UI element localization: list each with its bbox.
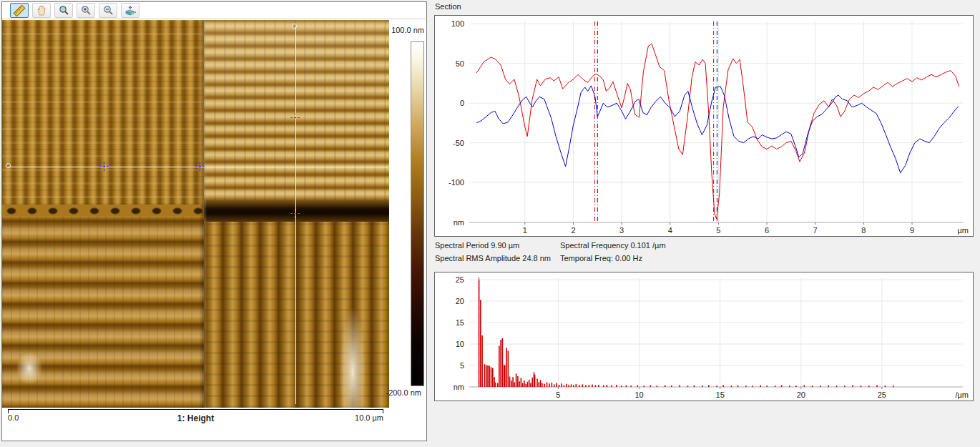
- ruler-tool-button[interactable]: [10, 3, 29, 18]
- x-tick-label: 10: [634, 390, 643, 399]
- section-endpoint-circle[interactable]: [6, 163, 11, 168]
- y-tick-label: 100: [451, 19, 464, 28]
- spectrum-chart[interactable]: 510152025510152025nm/µm: [434, 272, 974, 401]
- y-tick-label: 0: [460, 99, 464, 107]
- zoom-in-button[interactable]: [77, 3, 95, 18]
- magnifier-plus-icon: [80, 5, 92, 16]
- section-endpoint-circle[interactable]: [292, 24, 297, 29]
- x-tick-label: 2: [571, 226, 575, 235]
- y-tick-label: 50: [456, 59, 464, 68]
- afm-quadrant-top-left: [2, 20, 204, 205]
- temporal-freq-text: Temporal Freq: 0.00 Hz: [560, 254, 642, 262]
- colorbar-min-label: -200.0 nm: [358, 388, 421, 397]
- x-tick-label: 20: [797, 390, 805, 399]
- magnifier-icon: [58, 5, 69, 16]
- scale-max-label: 10.0 µm: [355, 413, 383, 422]
- x-tick-label: 3: [619, 226, 624, 235]
- y-tick-label: -100: [449, 178, 464, 187]
- toolbar-separator: [2, 19, 426, 19]
- scale-bracket: [8, 409, 383, 410]
- x-tick-label: 15: [716, 390, 725, 399]
- y-tick-label: 10: [456, 340, 464, 348]
- afm-quadrant-top-right: [204, 20, 389, 200]
- x-unit-label: /µm: [955, 390, 969, 399]
- y-tick-label: 5: [460, 361, 464, 370]
- blue-marker-cross[interactable]: [99, 162, 109, 171]
- channel-title: 1: Height: [8, 413, 383, 423]
- x-tick-label: 8: [861, 226, 866, 235]
- horizontal-section-trace: [476, 86, 959, 173]
- image-panel: 100.0 nm -200.0 nm 0.0 1: Height 10.0 µm: [1, 1, 427, 441]
- x-tick-label: 5: [716, 226, 720, 235]
- x-tick-label: 7: [813, 226, 818, 235]
- x-tick-label: 6: [765, 226, 769, 235]
- colorbar-max-label: 100.0 nm: [361, 26, 424, 34]
- x-tick-label: 25: [878, 390, 886, 399]
- y-tick-label: 25: [456, 275, 464, 284]
- afm-bright-blob: [8, 343, 51, 393]
- ruler-icon: [13, 5, 26, 16]
- x-tick-label: 9: [910, 226, 914, 235]
- y-unit-label: nm: [454, 218, 464, 227]
- pan-tool-button[interactable]: [32, 3, 51, 18]
- blue-marker-cross[interactable]: [195, 162, 205, 171]
- y-tick-label: 20: [456, 297, 464, 305]
- afm-vertical-seam: [200, 20, 207, 408]
- height-colorbar: [411, 41, 424, 386]
- y-tick-label: 15: [456, 318, 464, 327]
- image-toolbar: [10, 3, 139, 19]
- afm-height-image[interactable]: [2, 20, 389, 408]
- tilt-3d-button[interactable]: [121, 3, 139, 18]
- spectral-frequency-text: Spectral Frequency 0.101 /µm: [560, 241, 666, 250]
- zoom-out-button[interactable]: [99, 3, 117, 18]
- tilt-3d-icon: [124, 5, 137, 16]
- x-tick-label: 5: [556, 390, 560, 399]
- section-panel-title: Section: [435, 2, 461, 11]
- nanoscope-section-view: { "colors": { "window_bg": "#f0f0f0", "p…: [0, 0, 980, 447]
- vertical-section-trace: [476, 44, 959, 219]
- zoom-tool-button[interactable]: [54, 3, 73, 18]
- x-tick-label: 4: [668, 226, 672, 235]
- spectral-rms-text: Spectral RMS Amplitude 24.8 nm: [435, 254, 551, 262]
- y-tick-label: -50: [453, 139, 464, 147]
- magnifier-minus-icon: [102, 5, 114, 16]
- section-profile-chart[interactable]: 100500-50-100123456789nmµm: [434, 15, 974, 237]
- afm-quadrant-bottom-right: [204, 222, 389, 408]
- spectral-period-text: Spectral Period 9.90 µm: [435, 241, 519, 250]
- y-unit-label: nm: [454, 383, 464, 391]
- red-marker-cross[interactable]: [290, 113, 300, 122]
- red-marker-cross[interactable]: [290, 209, 300, 218]
- x-unit-label: µm: [957, 226, 969, 235]
- hand-icon: [36, 5, 47, 16]
- x-tick-label: 1: [523, 226, 527, 235]
